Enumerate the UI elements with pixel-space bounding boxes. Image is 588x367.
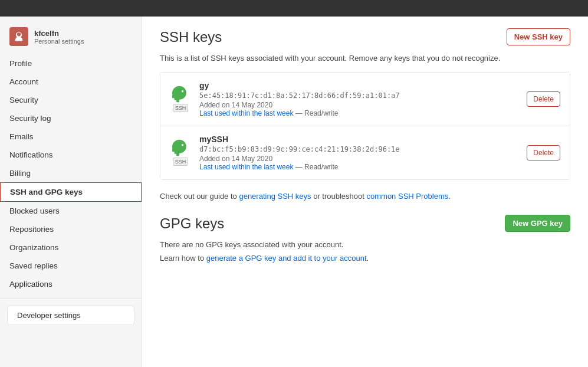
delete-ssh-key-1[interactable]: Delete	[527, 145, 560, 160]
key-meta-0: Added on 14 May 2020	[199, 101, 527, 109]
sidebar-item-applications[interactable]: Applications	[0, 275, 142, 293]
key-added-0: Added on 14 May 2020	[199, 101, 272, 109]
ssh-guide-text: Check out our guide to generating SSH ke…	[160, 192, 570, 201]
key-access-1: Read/write	[304, 163, 338, 171]
ssh-badge-1: SSH	[173, 158, 189, 166]
username: kfcelfn	[34, 29, 84, 38]
sidebar-link-emails[interactable]: Emails	[0, 127, 142, 146]
sidebar-item-security-log[interactable]: Security log	[0, 109, 142, 127]
user-info: kfcelfn Personal settings	[34, 29, 84, 45]
sidebar-link-account[interactable]: Account	[0, 73, 142, 91]
sidebar-user: kfcelfn Personal settings	[0, 22, 142, 54]
sidebar: kfcelfn Personal settings Profile Accoun…	[0, 17, 142, 367]
developer-settings-link[interactable]: Developer settings	[7, 306, 134, 325]
gpg-learn-text: Learn how to generate a GPG key and add …	[160, 254, 570, 263]
ssh-header: SSH keys New SSH key	[160, 28, 570, 45]
gpg-learn-prefix: Learn how to	[160, 254, 206, 263]
sidebar-item-security[interactable]: Security	[0, 91, 142, 109]
ssh-key-item-1: SSH mySSH d7:bc:f5:b9:83:d9:9c:99:ce:c4:…	[160, 126, 570, 179]
key-fingerprint-1: d7:bc:f5:b9:83:d9:9c:99:ce:c4:21:19:38:2…	[199, 145, 527, 153]
gpg-section: GPG keys New GPG key There are no GPG ke…	[160, 215, 570, 263]
top-bar	[0, 0, 588, 17]
key-access-0: Read/write	[304, 109, 338, 117]
gpg-learn-suffix: .	[367, 254, 369, 263]
sidebar-link-security-log[interactable]: Security log	[0, 109, 142, 127]
guide-middle: or troubleshoot	[311, 192, 367, 201]
key-name-1: mySSH	[199, 135, 527, 144]
sidebar-link-saved-replies[interactable]: Saved replies	[0, 257, 142, 275]
key-icon-container-0: SSH	[170, 86, 191, 112]
sidebar-item-blocked-users[interactable]: Blocked users	[0, 202, 142, 220]
sidebar-divider	[0, 298, 142, 299]
key-lastused-label-0: Last used within the last week	[199, 109, 293, 117]
guide-suffix: .	[448, 192, 451, 201]
key-added-1: Added on 14 May 2020	[199, 155, 272, 163]
sidebar-item-profile[interactable]: Profile	[0, 54, 142, 73]
sidebar-link-ssh-gpg[interactable]: SSH and GPG keys	[1, 183, 141, 201]
sidebar-link-security[interactable]: Security	[0, 91, 142, 109]
sidebar-item-saved-replies[interactable]: Saved replies	[0, 257, 142, 275]
user-subtitle: Personal settings	[34, 38, 84, 45]
guide-prefix: Check out our guide to	[160, 192, 239, 201]
key-icon-container-1: SSH	[170, 140, 191, 166]
sidebar-item-repositories[interactable]: Repositories	[0, 220, 142, 238]
sidebar-link-blocked-users[interactable]: Blocked users	[0, 202, 142, 220]
sidebar-link-organizations[interactable]: Organizations	[0, 238, 142, 257]
sidebar-link-notifications[interactable]: Notifications	[0, 146, 142, 164]
sidebar-nav: Profile Account Security Security log Em…	[0, 54, 142, 293]
ssh-badge-0: SSH	[173, 104, 189, 112]
sidebar-item-notifications[interactable]: Notifications	[0, 146, 142, 164]
key-fingerprint-0: 5e:45:18:91:7c:d1:8a:52:17:8d:66:df:59:a…	[199, 91, 527, 100]
gpg-title: GPG keys	[160, 215, 224, 232]
gpg-empty-text: There are no GPG keys associated with yo…	[160, 240, 570, 249]
avatar	[9, 27, 28, 46]
sidebar-link-billing[interactable]: Billing	[0, 164, 142, 182]
key-icon-0	[172, 86, 189, 103]
key-name-0: gy	[199, 81, 527, 90]
sidebar-item-emails[interactable]: Emails	[0, 127, 142, 146]
gpg-header: GPG keys New GPG key	[160, 215, 570, 232]
ssh-description: This is a list of SSH keys associated wi…	[160, 54, 570, 63]
common-ssh-problems-link[interactable]: common SSH Problems	[367, 192, 449, 201]
key-access-sep-1: —	[295, 163, 304, 171]
ssh-key-item-0: SSH gy 5e:45:18:91:7c:d1:8a:52:17:8d:66:…	[160, 73, 570, 126]
key-access-sep-0: —	[295, 109, 304, 117]
generating-ssh-keys-link[interactable]: generating SSH keys	[239, 192, 311, 201]
sidebar-link-applications[interactable]: Applications	[0, 275, 142, 293]
ssh-title: SSH keys	[160, 29, 222, 45]
sidebar-item-billing[interactable]: Billing	[0, 164, 142, 182]
ssh-section: SSH keys New SSH key This is a list of S…	[160, 28, 570, 201]
sidebar-item-organizations[interactable]: Organizations	[0, 238, 142, 257]
key-lastused-0: Last used within the last week — Read/wr…	[199, 109, 527, 117]
new-gpg-key-button[interactable]: New GPG key	[505, 215, 570, 232]
sidebar-link-profile[interactable]: Profile	[0, 54, 142, 73]
key-details-1: mySSH d7:bc:f5:b9:83:d9:9c:99:ce:c4:21:1…	[199, 135, 527, 171]
ssh-key-list: SSH gy 5e:45:18:91:7c:d1:8a:52:17:8d:66:…	[160, 72, 570, 180]
key-lastused-1: Last used within the last week — Read/wr…	[199, 163, 527, 171]
delete-ssh-key-0[interactable]: Delete	[527, 91, 560, 107]
sidebar-item-ssh-gpg[interactable]: SSH and GPG keys	[0, 182, 142, 202]
sidebar-item-account[interactable]: Account	[0, 73, 142, 91]
key-details-0: gy 5e:45:18:91:7c:d1:8a:52:17:8d:66:df:5…	[199, 81, 527, 117]
new-ssh-key-button[interactable]: New SSH key	[507, 28, 570, 45]
key-meta-1: Added on 14 May 2020	[199, 155, 527, 163]
gpg-learn-link[interactable]: generate a GPG key and add it to your ac…	[206, 254, 367, 263]
main-content: SSH keys New SSH key This is a list of S…	[142, 17, 588, 367]
key-icon-1	[172, 140, 189, 156]
sidebar-link-repositories[interactable]: Repositories	[0, 220, 142, 238]
key-lastused-label-1: Last used within the last week	[199, 163, 293, 171]
